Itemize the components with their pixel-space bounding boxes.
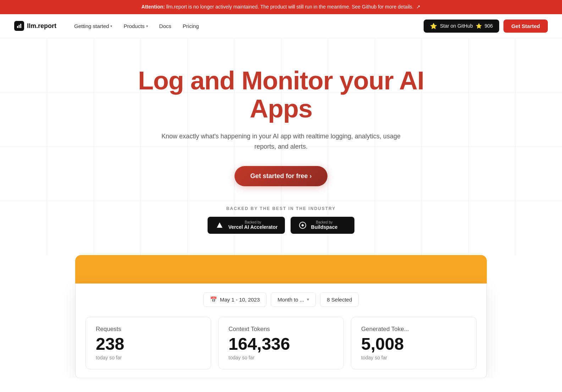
stat-requests-label: Requests <box>96 326 201 333</box>
hero-title: Log and Monitor your AI Apps <box>121 67 441 123</box>
stat-context-sub: today so far <box>228 355 334 360</box>
stat-requests: Requests 238 today so far <box>86 317 211 369</box>
star-icon: ⭐ <box>476 23 482 29</box>
dashboard-preview: 📅 May 1 - 10, 2023 Month to ... ▾ 8 Sele… <box>61 255 501 378</box>
stat-generated-sub: today so far <box>361 355 466 360</box>
stat-context-label: Context Tokens <box>228 326 334 333</box>
backed-by-section: BACKED BY THE BEST IN THE INDUSTRY Backe… <box>7 206 555 234</box>
attention-banner: Attention: llm.report is no longer activ… <box>0 0 562 14</box>
stat-generated-value: 5,008 <box>361 336 466 353</box>
github-button[interactable]: ⭐ Star on GitHub ⭐ 906 <box>424 20 499 33</box>
attention-link[interactable]: ↗ <box>416 4 420 10</box>
logo-text: llm.report <box>27 22 56 30</box>
logo-icon <box>14 21 24 31</box>
buildspace-icon <box>298 220 308 230</box>
backed-by-label: BACKED BY THE BEST IN THE INDUSTRY <box>7 206 555 211</box>
hero-section: Log and Monitor your AI Apps Know exactl… <box>0 38 562 255</box>
get-started-nav-button[interactable]: Get Started <box>503 20 548 33</box>
calendar-icon: 📅 <box>210 296 217 303</box>
stat-requests-value: 238 <box>96 336 201 353</box>
stat-context-value: 164,336 <box>228 336 334 353</box>
backer-vercel: Backed by Vercel AI Accelerator <box>208 217 285 234</box>
backer-buildspace: Backed by Buildspace <box>291 217 354 234</box>
selected-filter[interactable]: 8 Selected <box>320 292 359 307</box>
svg-rect-0 <box>17 26 18 28</box>
logo[interactable]: llm.report <box>14 21 56 31</box>
chevron-down-icon: ▾ <box>110 24 112 28</box>
svg-marker-3 <box>217 222 222 228</box>
hero-subtitle: Know exactly what's happening in your AI… <box>157 131 405 152</box>
stat-generated-label: Generated Toke... <box>361 326 466 333</box>
hero-cta-button[interactable]: Get started for free › <box>235 166 327 186</box>
attention-message: llm.report is no longer actively maintai… <box>166 4 414 10</box>
stat-requests-sub: today so far <box>96 355 201 360</box>
nav-getting-started[interactable]: Getting started ▾ <box>69 20 117 32</box>
stat-generated-tokens: Generated Toke... 5,008 today so far <box>351 317 476 369</box>
dashboard-card-header <box>75 255 487 283</box>
nav-pricing[interactable]: Pricing <box>178 20 204 32</box>
hero-content: Log and Monitor your AI Apps Know exactl… <box>7 67 555 234</box>
period-filter[interactable]: Month to ... ▾ <box>271 292 316 307</box>
backed-by-logos: Backed by Vercel AI Accelerator Backed b… <box>7 217 555 234</box>
nav-links: Getting started ▾ Products ▾ Docs Pricin… <box>69 20 424 32</box>
vercel-icon <box>215 220 225 230</box>
date-range-filter[interactable]: 📅 May 1 - 10, 2023 <box>203 292 267 307</box>
nav-docs[interactable]: Docs <box>154 20 176 32</box>
svg-rect-1 <box>19 25 20 28</box>
svg-rect-2 <box>20 24 21 28</box>
dashboard-inner: 📅 May 1 - 10, 2023 Month to ... ▾ 8 Sele… <box>75 283 487 378</box>
github-icon: ⭐ <box>430 23 437 29</box>
navbar: llm.report Getting started ▾ Products ▾ … <box>0 14 562 38</box>
dashboard-stats: Requests 238 today so far Context Tokens… <box>86 317 476 369</box>
chevron-down-icon: ▾ <box>307 297 309 302</box>
nav-products[interactable]: Products ▾ <box>119 20 153 32</box>
stat-context-tokens: Context Tokens 164,336 today so far <box>218 317 344 369</box>
attention-prefix: Attention: <box>142 4 165 10</box>
dashboard-filters: 📅 May 1 - 10, 2023 Month to ... ▾ 8 Sele… <box>86 292 476 307</box>
chevron-down-icon: ▾ <box>146 24 148 28</box>
